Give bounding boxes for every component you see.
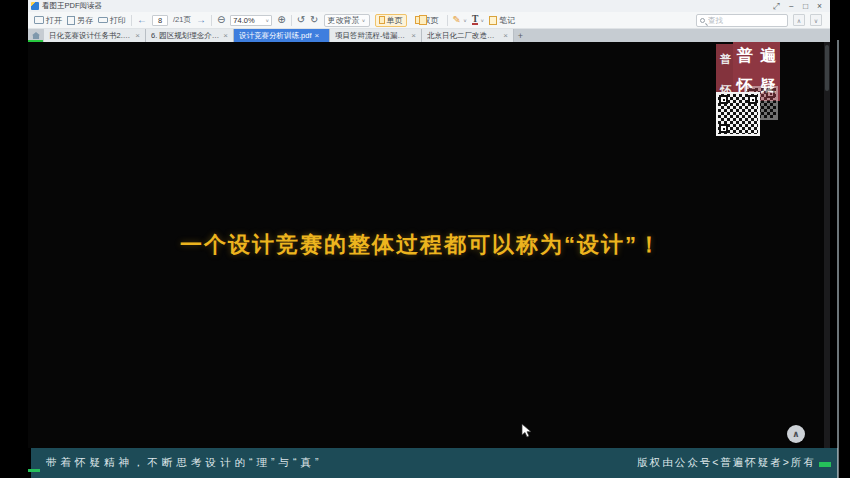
scroll-to-top-button[interactable]: ∧ xyxy=(787,425,805,443)
tab-document-2[interactable]: 6. 园区规划理念介绍(1).pdf × xyxy=(146,29,234,42)
change-background-button[interactable]: 更改背景 ∨ xyxy=(324,14,370,27)
tab-document-3-active[interactable]: 设计竞赛分析训练.pdf × xyxy=(234,29,330,42)
home-icon xyxy=(32,32,40,39)
tab-document-5[interactable]: 北京日化二厂改造设计——课... × xyxy=(422,29,514,42)
single-page-button[interactable]: 单页 xyxy=(375,14,407,27)
note-label: 笔记 xyxy=(499,15,515,26)
tab-label: 北京日化二厂改造设计——课... xyxy=(427,31,500,41)
open-label: 打开 xyxy=(46,15,62,26)
slide-title-text: 一个设计竞赛的整体过程都可以称为“设计”！ xyxy=(28,230,814,260)
tab-close-icon[interactable]: × xyxy=(315,31,320,40)
watermark-char: 普 xyxy=(737,46,753,67)
zoom-level-dropdown[interactable]: 74.0% ∨ xyxy=(230,15,272,26)
green-corner-mark xyxy=(28,469,40,472)
tab-close-icon[interactable]: × xyxy=(503,31,508,40)
zoom-out-button[interactable]: ⊖ xyxy=(217,15,225,25)
toolbar-separator xyxy=(291,15,292,26)
tab-label: 日化竞赛设计任务书2.0 (2019... xyxy=(49,31,132,41)
green-cursor-mark xyxy=(819,462,831,467)
text-tool-button[interactable]: T ∨ xyxy=(472,15,484,25)
save-as-button[interactable]: 另存 xyxy=(67,15,93,26)
screen-edge-line xyxy=(837,40,839,478)
tab-document-1[interactable]: 日化竞赛设计任务书2.0 (2019... × xyxy=(44,29,146,42)
app-logo-icon xyxy=(31,2,39,10)
chevron-down-icon: ∨ xyxy=(362,18,366,23)
save-as-label: 另存 xyxy=(77,15,93,26)
watermark-char: 遍 xyxy=(760,46,776,67)
note-button[interactable]: 笔记 xyxy=(489,15,515,26)
open-button[interactable]: 打开 xyxy=(34,15,62,26)
maximize-icon[interactable]: □ xyxy=(803,1,808,11)
search-next-button[interactable]: ∨ xyxy=(810,14,822,26)
tabbar: 日化竞赛设计任务书2.0 (2019... × 6. 园区规划理念介绍(1).p… xyxy=(28,29,830,42)
printer-icon xyxy=(98,17,108,23)
rotate-right-button[interactable]: ↻ xyxy=(310,15,318,25)
tab-close-icon[interactable]: × xyxy=(223,31,228,40)
folder-icon xyxy=(34,16,44,24)
qr-code xyxy=(716,92,760,136)
highlighter-tool-button[interactable]: ✎ ∨ xyxy=(453,15,467,25)
app-title: 看图王PDF阅读器 xyxy=(42,1,102,11)
change-background-label: 更改背景 xyxy=(328,15,360,26)
tab-document-4[interactable]: 项目答辩流程-错漏环程奥.pdf × xyxy=(330,29,422,42)
tab-label: 项目答辩流程-错漏环程奥.pdf xyxy=(335,31,408,41)
toolbar-separator xyxy=(447,15,448,26)
titlebar: 看图王PDF阅读器 ⤢ − □ × xyxy=(28,0,830,12)
close-icon[interactable]: × xyxy=(817,1,822,11)
chevron-down-icon: ∨ xyxy=(265,18,269,23)
text-tool-icon: T xyxy=(472,15,478,25)
page-number-input[interactable]: 8 xyxy=(152,15,168,26)
scrollbar-thumb[interactable] xyxy=(825,45,829,91)
vertical-scrollbar[interactable] xyxy=(824,42,830,448)
chevron-down-icon: ∨ xyxy=(463,18,467,23)
search-input[interactable] xyxy=(708,16,784,25)
search-previous-button[interactable]: ∧ xyxy=(793,14,805,26)
chevron-down-icon: ∨ xyxy=(480,18,484,23)
note-icon xyxy=(489,16,497,25)
copyright-label: 版权由公众号<普遍怀疑者>所有 xyxy=(637,456,816,470)
rotate-left-button[interactable]: ↺ xyxy=(297,15,305,25)
pdf-reader-window: 看图王PDF阅读器 ⤢ − □ × 打开 另存 打印 ← 8 /21页 → ⊖ … xyxy=(28,0,830,448)
save-icon xyxy=(67,16,75,25)
minimize-icon[interactable]: − xyxy=(789,1,794,11)
toolbar: 打开 另存 打印 ← 8 /21页 → ⊖ 74.0% ∨ ⊕ ↺ ↻ 更改背景… xyxy=(28,12,830,29)
next-page-button[interactable]: → xyxy=(196,15,206,25)
tab-label: 6. 园区规划理念介绍(1).pdf xyxy=(151,31,220,41)
lecture-status-bar: 带着怀疑精神，不断思考设计的“理”与“真” 版权由公众号<普遍怀疑者>所有 xyxy=(31,448,838,478)
new-tab-button[interactable]: + xyxy=(514,29,527,42)
print-label: 打印 xyxy=(110,15,126,26)
previous-page-button[interactable]: ← xyxy=(137,15,147,25)
single-page-icon xyxy=(379,16,385,24)
document-page: 一个设计竞赛的整体过程都可以称为“设计”！ 普 遍 怀 疑 普 遍 怀 疑 xyxy=(28,42,830,448)
window-controls: ⤢ − □ × xyxy=(773,1,822,11)
page-total-label: /21页 xyxy=(173,15,191,25)
tab-close-icon[interactable]: × xyxy=(411,31,416,40)
double-page-button[interactable]: 双页 xyxy=(412,14,442,27)
mouse-cursor xyxy=(521,423,533,438)
toolbar-separator xyxy=(131,15,132,26)
copyright-text: 版权由公众号<普遍怀疑者>所有 xyxy=(637,456,831,470)
motto-text: 带着怀疑精神，不断思考设计的“理”与“真” xyxy=(46,456,323,470)
search-box xyxy=(696,14,788,27)
watermark-char: 普 xyxy=(720,52,731,67)
toolbar-separator xyxy=(211,15,212,26)
zoom-in-button[interactable]: ⊕ xyxy=(277,15,285,25)
tab-label: 设计竞赛分析训练.pdf xyxy=(239,31,312,41)
print-button[interactable]: 打印 xyxy=(98,15,126,26)
tab-close-icon[interactable]: × xyxy=(135,31,140,40)
pen-icon: ✎ xyxy=(453,15,461,25)
zoom-level-value: 74.0% xyxy=(233,16,254,25)
home-tab-button[interactable] xyxy=(28,29,44,42)
fullscreen-icon[interactable]: ⤢ xyxy=(773,1,780,11)
single-page-label: 单页 xyxy=(387,15,403,26)
double-page-icon xyxy=(415,16,421,24)
channel-watermark: 普 遍 怀 疑 普 遍 怀 疑 xyxy=(716,42,806,142)
search-icon xyxy=(700,18,705,23)
